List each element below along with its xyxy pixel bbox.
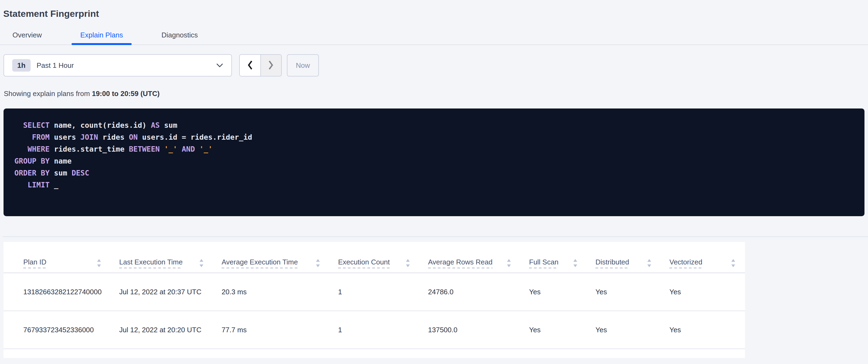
section-divider bbox=[3, 236, 868, 237]
sort-icon bbox=[506, 258, 512, 268]
cell-execution-count: 1 bbox=[338, 326, 428, 334]
time-nav-button-group bbox=[239, 54, 282, 77]
column-header-last-execution-time[interactable]: Last Execution Time bbox=[119, 258, 222, 273]
sql-statement-box: SELECT name, count(rides.id) AS sum FROM… bbox=[3, 109, 865, 216]
cell-vectorized: Yes bbox=[670, 288, 740, 296]
cell-last-execution-time: Jul 12, 2022 at 20:37 UTC bbox=[119, 288, 222, 296]
cell-last-execution-time: Jul 12, 2022 at 20:20 UTC bbox=[119, 326, 222, 334]
statement-fingerprint-page: Statement Fingerprint OverviewExplain Pl… bbox=[0, 0, 868, 364]
cell-distributed: Yes bbox=[595, 288, 670, 296]
column-header-execution-count[interactable]: Execution Count bbox=[338, 258, 428, 273]
column-header-full-scan[interactable]: Full Scan bbox=[529, 258, 595, 273]
page-title: Statement Fingerprint bbox=[3, 8, 99, 19]
previous-range-button[interactable] bbox=[240, 55, 260, 76]
column-header-vectorized[interactable]: Vectorized bbox=[670, 258, 740, 273]
time-interval-badge: 1h bbox=[12, 59, 31, 72]
chevron-down-icon bbox=[216, 63, 223, 67]
column-header-label: Plan ID bbox=[23, 258, 46, 268]
sort-icon bbox=[315, 258, 320, 268]
sort-icon bbox=[731, 258, 736, 268]
column-header-label: Distributed bbox=[595, 258, 629, 268]
column-header-distributed[interactable]: Distributed bbox=[595, 258, 670, 273]
tab-label: Explain Plans bbox=[80, 31, 123, 39]
tab-bar: OverviewExplain PlansDiagnostics bbox=[0, 26, 868, 45]
column-header-label: Last Execution Time bbox=[119, 258, 183, 268]
cell-vectorized: Yes bbox=[670, 326, 740, 334]
column-header-average-execution-time[interactable]: Average Execution Time bbox=[222, 258, 338, 273]
tab-explain-plans[interactable]: Explain Plans bbox=[71, 26, 132, 45]
status-prefix: Showing explain plans from bbox=[4, 89, 92, 97]
column-header-label: Average Rows Read bbox=[428, 258, 493, 268]
sort-icon bbox=[96, 258, 101, 268]
time-range-label: Past 1 Hour bbox=[37, 61, 74, 70]
table-row[interactable]: 13182663282122740000Jul 12, 2022 at 20:3… bbox=[3, 273, 745, 311]
cell-average-rows-read: 24786.0 bbox=[428, 288, 529, 296]
tab-diagnostics[interactable]: Diagnostics bbox=[153, 26, 207, 45]
cell-distributed: Yes bbox=[595, 326, 670, 334]
table-row[interactable]: 767933723452336000Jul 12, 2022 at 20:20 … bbox=[3, 311, 745, 349]
sql-line: FROM users JOIN rides ON users.id = ride… bbox=[14, 131, 854, 143]
sql-line: WHERE rides.start_time BETWEEN '_' AND '… bbox=[14, 143, 854, 155]
tab-overview[interactable]: Overview bbox=[4, 26, 51, 45]
sql-statement: SELECT name, count(rides.id) AS sum FROM… bbox=[14, 119, 854, 191]
tab-label: Overview bbox=[12, 31, 42, 39]
cell-average-execution-time: 77.7 ms bbox=[222, 326, 338, 334]
sql-line: LIMIT _ bbox=[14, 179, 854, 191]
table-body: 13182663282122740000Jul 12, 2022 at 20:3… bbox=[3, 273, 745, 349]
sql-line: ORDER BY sum DESC bbox=[14, 167, 854, 179]
time-toolbar: 1h Past 1 Hour bbox=[3, 54, 319, 77]
chevron-left-icon bbox=[247, 60, 253, 71]
sort-icon bbox=[647, 258, 652, 268]
sort-icon bbox=[199, 258, 204, 268]
column-header-label: Full Scan bbox=[529, 258, 558, 268]
sql-line: GROUP BY name bbox=[14, 155, 854, 167]
tab-label: Diagnostics bbox=[161, 31, 198, 39]
column-header-label: Execution Count bbox=[338, 258, 390, 268]
column-header-label: Vectorized bbox=[670, 258, 702, 268]
cell-average-rows-read: 137500.0 bbox=[428, 326, 529, 334]
cell-execution-count: 1 bbox=[338, 288, 428, 296]
cell-average-execution-time: 20.3 ms bbox=[222, 288, 338, 296]
cell-plan-id: 767933723452336000 bbox=[23, 326, 119, 334]
cell-plan-id: 13182663282122740000 bbox=[23, 288, 119, 296]
time-range-dropdown[interactable]: 1h Past 1 Hour bbox=[3, 54, 232, 77]
cell-full-scan: Yes bbox=[529, 326, 595, 334]
sql-line: SELECT name, count(rides.id) AS sum bbox=[14, 119, 854, 131]
column-header-plan-id[interactable]: Plan ID bbox=[23, 258, 119, 273]
status-line: Showing explain plans from 19:00 to 20:5… bbox=[4, 89, 160, 98]
now-button[interactable]: Now bbox=[287, 54, 319, 77]
explain-plans-table: Plan ID Last Execution Time Average Exec… bbox=[3, 242, 745, 358]
status-time-range: 19:00 to 20:59 (UTC) bbox=[92, 89, 160, 97]
sort-icon bbox=[573, 258, 578, 268]
cell-full-scan: Yes bbox=[529, 288, 595, 296]
chevron-right-icon bbox=[268, 60, 274, 71]
sort-icon bbox=[405, 258, 410, 268]
column-header-label: Average Execution Time bbox=[222, 258, 298, 268]
next-range-button[interactable] bbox=[260, 55, 281, 76]
column-header-average-rows-read[interactable]: Average Rows Read bbox=[428, 258, 529, 273]
table-header-row: Plan ID Last Execution Time Average Exec… bbox=[3, 242, 745, 273]
